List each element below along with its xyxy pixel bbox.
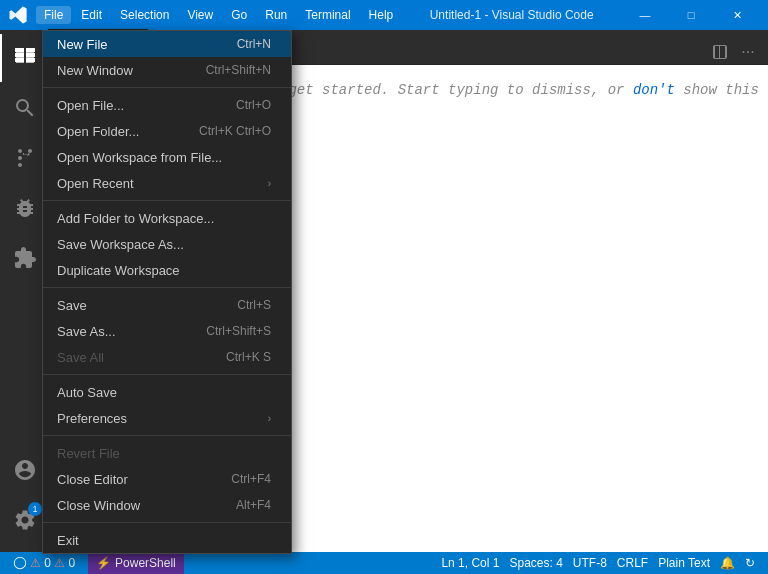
menu-edit[interactable]: Edit xyxy=(73,6,110,24)
menu-item-save-all-label: Save All xyxy=(57,350,104,365)
menu-item-duplicate-workspace-label: Duplicate Workspace xyxy=(57,263,180,278)
settings-badge: 1 xyxy=(28,502,42,516)
menu-item-revert-file-label: Revert File xyxy=(57,446,120,461)
menu-go[interactable]: Go xyxy=(223,6,255,24)
activity-bar-bottom: 1 xyxy=(0,446,48,552)
menu-item-new-window[interactable]: New Window Ctrl+Shift+N xyxy=(43,57,291,83)
menu-item-duplicate-workspace[interactable]: Duplicate Workspace xyxy=(43,257,291,283)
more-actions-button[interactable]: ··· xyxy=(736,40,760,64)
menu-item-add-folder-label: Add Folder to Workspace... xyxy=(57,211,214,226)
menu-item-auto-save[interactable]: Auto Save xyxy=(43,379,291,405)
menu-item-preferences-label: Preferences xyxy=(57,411,127,426)
menu-separator-3 xyxy=(43,287,291,288)
menu-item-close-editor-label: Close Editor xyxy=(57,472,128,487)
menu-item-close-editor[interactable]: Close Editor Ctrl+F4 xyxy=(43,466,291,492)
menu-item-open-workspace-label: Open Workspace from File... xyxy=(57,150,222,165)
activity-source-control[interactable] xyxy=(0,134,48,182)
menu-item-exit[interactable]: Exit xyxy=(43,527,291,553)
menu-item-open-recent[interactable]: Open Recent › xyxy=(43,170,291,196)
errors-count: ⚠ 0 xyxy=(30,556,51,570)
activity-debug[interactable] xyxy=(0,184,48,232)
activity-search[interactable] xyxy=(0,84,48,132)
powershell-icon: ⚡ xyxy=(96,556,111,570)
status-language[interactable]: Plain Text xyxy=(653,552,715,574)
menu-item-save[interactable]: Save Ctrl+S xyxy=(43,292,291,318)
preferences-arrow-icon: › xyxy=(268,413,271,424)
minimize-button[interactable]: — xyxy=(622,0,668,30)
menu-item-close-editor-shortcut: Ctrl+F4 xyxy=(231,472,271,486)
activity-settings[interactable]: 1 xyxy=(0,496,48,544)
menu-item-new-window-label: New Window xyxy=(57,63,133,78)
menu-item-preferences[interactable]: Preferences › xyxy=(43,405,291,431)
menu-item-open-folder-shortcut: Ctrl+K Ctrl+O xyxy=(199,124,271,138)
menu-item-save-workspace-label: Save Workspace As... xyxy=(57,237,184,252)
menu-item-auto-save-label: Auto Save xyxy=(57,385,117,400)
encoding-label: UTF-8 xyxy=(573,556,607,570)
menu-item-new-file-shortcut: Ctrl+N xyxy=(237,37,271,51)
menu-item-new-file-label: New File xyxy=(57,37,108,52)
menu-separator-1 xyxy=(43,87,291,88)
window-controls: — □ ✕ xyxy=(622,0,760,30)
menu-item-save-all-shortcut: Ctrl+K S xyxy=(226,350,271,364)
menu-item-close-window[interactable]: Close Window Alt+F4 xyxy=(43,492,291,518)
svg-rect-1 xyxy=(15,53,24,57)
menu-item-save-shortcut: Ctrl+S xyxy=(237,298,271,312)
menu-item-save-label: Save xyxy=(57,298,87,313)
activity-extensions[interactable] xyxy=(0,234,48,282)
close-button[interactable]: ✕ xyxy=(714,0,760,30)
menu-item-open-folder-label: Open Folder... xyxy=(57,124,139,139)
file-dropdown-menu: New File Ctrl+N New Window Ctrl+Shift+N … xyxy=(42,30,292,554)
menu-separator-6 xyxy=(43,522,291,523)
menu-item-save-all: Save All Ctrl+K S xyxy=(43,344,291,370)
status-remote-button[interactable]: ⚠ 0 ⚠ 0 xyxy=(8,552,80,574)
status-powershell[interactable]: ⚡ PowerShell xyxy=(88,552,184,574)
menu-item-add-folder[interactable]: Add Folder to Workspace... xyxy=(43,205,291,231)
menu-run[interactable]: Run xyxy=(257,6,295,24)
activity-explorer[interactable] xyxy=(0,34,48,82)
svg-rect-2 xyxy=(15,58,24,62)
spaces-label: Spaces: 4 xyxy=(509,556,562,570)
status-feedback[interactable]: 🔔 xyxy=(715,552,740,574)
feedback-icon: 🔔 xyxy=(720,556,735,570)
status-spaces[interactable]: Spaces: 4 xyxy=(504,552,567,574)
menu-view[interactable]: View xyxy=(179,6,221,24)
menu-bar: File Edit Selection View Go Run Terminal… xyxy=(36,6,401,24)
hint-dont-link[interactable]: don't xyxy=(633,82,675,98)
menu-terminal[interactable]: Terminal xyxy=(297,6,358,24)
status-position[interactable]: Ln 1, Col 1 xyxy=(436,552,504,574)
menu-item-open-file-shortcut: Ctrl+O xyxy=(236,98,271,112)
activity-bar: 1 xyxy=(0,30,48,552)
title-bar: File Edit Selection View Go Run Terminal… xyxy=(0,0,768,30)
status-sync[interactable]: ↻ xyxy=(740,552,760,574)
window-title: Untitled-1 - Visual Studio Code xyxy=(401,8,622,22)
activity-accounts[interactable] xyxy=(0,446,48,494)
menu-separator-5 xyxy=(43,435,291,436)
menu-item-new-window-shortcut: Ctrl+Shift+N xyxy=(206,63,271,77)
menu-item-save-workspace[interactable]: Save Workspace As... xyxy=(43,231,291,257)
open-recent-arrow-icon: › xyxy=(268,178,271,189)
menu-file[interactable]: File xyxy=(36,6,71,24)
language-label: Plain Text xyxy=(658,556,710,570)
status-line-ending[interactable]: CRLF xyxy=(612,552,653,574)
menu-item-save-as-label: Save As... xyxy=(57,324,116,339)
menu-item-exit-label: Exit xyxy=(57,533,79,548)
menu-item-open-file[interactable]: Open File... Ctrl+O xyxy=(43,92,291,118)
svg-rect-3 xyxy=(26,48,35,52)
menu-item-close-window-label: Close Window xyxy=(57,498,140,513)
svg-rect-5 xyxy=(26,58,35,62)
status-bar-left: ⚠ 0 ⚠ 0 ⚡ PowerShell xyxy=(8,552,184,574)
menu-item-save-as[interactable]: Save As... Ctrl+Shift+S xyxy=(43,318,291,344)
menu-separator-2 xyxy=(43,200,291,201)
menu-item-new-file[interactable]: New File Ctrl+N xyxy=(43,31,291,57)
split-editor-button[interactable] xyxy=(708,40,732,64)
maximize-button[interactable]: □ xyxy=(668,0,714,30)
menu-help[interactable]: Help xyxy=(361,6,402,24)
menu-item-open-file-label: Open File... xyxy=(57,98,124,113)
menu-item-open-folder[interactable]: Open Folder... Ctrl+K Ctrl+O xyxy=(43,118,291,144)
svg-rect-0 xyxy=(15,48,24,52)
sync-icon: ↻ xyxy=(745,556,755,570)
menu-item-open-workspace[interactable]: Open Workspace from File... xyxy=(43,144,291,170)
menu-selection[interactable]: Selection xyxy=(112,6,177,24)
status-encoding[interactable]: UTF-8 xyxy=(568,552,612,574)
cursor-position: Ln 1, Col 1 xyxy=(441,556,499,570)
